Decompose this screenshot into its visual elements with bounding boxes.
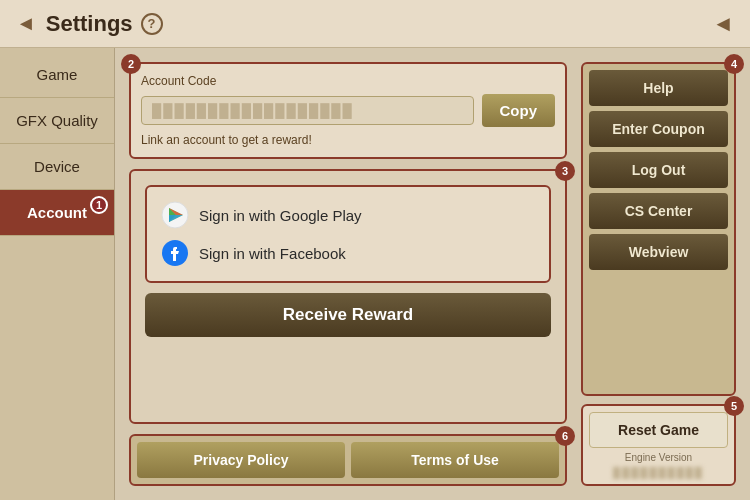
content-area: 2 Account Code ██████████████████ Copy L… — [115, 48, 750, 500]
sidebar-item-account[interactable]: Account 1 — [0, 190, 114, 236]
copy-button[interactable]: Copy — [482, 94, 556, 127]
engine-version-value: ██████████ — [589, 467, 728, 478]
sidebar-item-device[interactable]: Device — [0, 144, 114, 190]
engine-version-label: Engine Version — [589, 452, 728, 463]
right-panel: 4 Help Enter Coupon Log Out CS Center We… — [581, 62, 736, 486]
enter-coupon-button[interactable]: Enter Coupon — [589, 111, 728, 147]
sidebar: Game GFX Quality Device Account 1 — [0, 48, 115, 500]
sidebar-item-gfx-quality[interactable]: GFX Quality — [0, 98, 114, 144]
facebook-signin-label: Sign in with Facebook — [199, 245, 346, 262]
facebook-icon — [161, 239, 189, 267]
back-icon[interactable]: ◄ — [16, 12, 36, 35]
google-signin-row[interactable]: Sign in with Google Play — [161, 201, 535, 229]
right-buttons-section: 4 Help Enter Coupon Log Out CS Center We… — [581, 62, 736, 396]
header: ◄ Settings ? ◄ — [0, 0, 750, 48]
reset-section: 5 Reset Game Engine Version ██████████ — [581, 404, 736, 486]
account-code-section: 2 Account Code ██████████████████ Copy L… — [129, 62, 567, 159]
log-out-button[interactable]: Log Out — [589, 152, 728, 188]
receive-reward-button[interactable]: Receive Reward — [145, 293, 551, 337]
sidebar-item-game[interactable]: Game — [0, 52, 114, 98]
page-title: Settings — [46, 11, 133, 37]
section-badge-3: 3 — [555, 161, 575, 181]
exit-icon[interactable]: ◄ — [712, 11, 734, 37]
webview-button[interactable]: Webview — [589, 234, 728, 270]
reset-game-button[interactable]: Reset Game — [589, 412, 728, 448]
terms-of-use-button[interactable]: Terms of Use — [351, 442, 559, 478]
section-badge-2: 2 — [121, 54, 141, 74]
section-badge-6: 6 — [555, 426, 575, 446]
section-badge-5: 5 — [724, 396, 744, 416]
main-layout: Game GFX Quality Device Account 1 2 Acco… — [0, 48, 750, 500]
facebook-signin-row[interactable]: Sign in with Facebook — [161, 239, 535, 267]
left-panel: 2 Account Code ██████████████████ Copy L… — [129, 62, 567, 486]
google-signin-label: Sign in with Google Play — [199, 207, 362, 224]
signin-section: 3 Sign in with Google Play — [129, 169, 567, 424]
privacy-policy-button[interactable]: Privacy Policy — [137, 442, 345, 478]
section-badge-4: 4 — [724, 54, 744, 74]
policy-section: 6 Privacy Policy Terms of Use — [129, 434, 567, 486]
account-badge: 1 — [90, 196, 108, 214]
account-code-row: ██████████████████ Copy — [141, 94, 555, 127]
account-code-value: ██████████████████ — [141, 96, 474, 125]
google-play-icon — [161, 201, 189, 229]
help-icon[interactable]: ? — [141, 13, 163, 35]
cs-center-button[interactable]: CS Center — [589, 193, 728, 229]
link-account-text: Link an account to get a reward! — [141, 133, 555, 147]
account-code-label: Account Code — [141, 74, 555, 88]
help-button[interactable]: Help — [589, 70, 728, 106]
signin-inner: Sign in with Google Play Sign in with Fa… — [145, 185, 551, 283]
